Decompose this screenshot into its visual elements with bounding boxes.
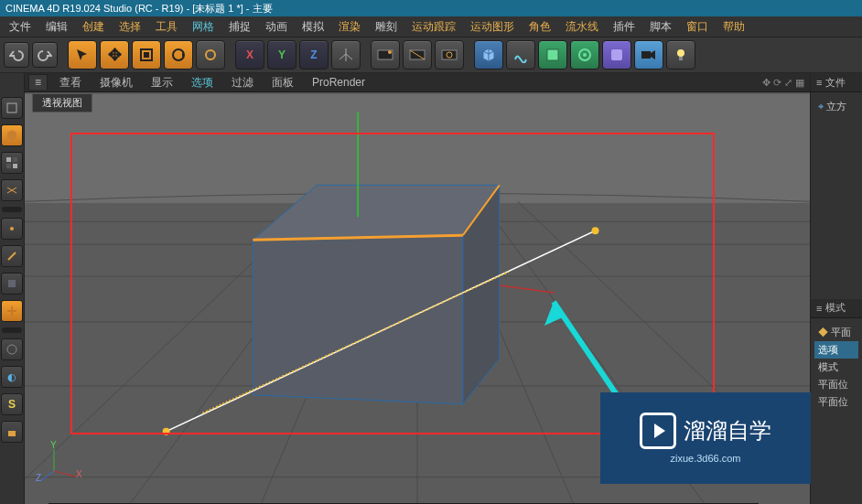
generator-button[interactable] xyxy=(538,40,567,70)
enable-axis-button[interactable] xyxy=(1,300,23,322)
render-view-button[interactable] xyxy=(371,40,400,70)
menu-sim[interactable]: 模拟 xyxy=(296,17,329,37)
object-item-cube[interactable]: ⌖ 立方 xyxy=(814,98,858,115)
menu-create[interactable]: 创建 xyxy=(77,17,110,37)
viewport-title: 透视视图 xyxy=(32,93,92,113)
svg-point-36 xyxy=(163,428,170,435)
svg-line-39 xyxy=(54,471,76,477)
x-axis-button[interactable]: X xyxy=(235,40,264,70)
vptab-prorender[interactable]: ProRender xyxy=(303,74,374,91)
light-button[interactable] xyxy=(666,40,695,70)
menu-script[interactable]: 脚本 xyxy=(644,17,677,37)
menu-bar: 文件 编辑 创建 选择 工具 网格 捕捉 动画 模拟 渲染 雕刻 运动跟踪 运动… xyxy=(0,16,862,38)
menu-plugin[interactable]: 插件 xyxy=(608,17,641,37)
undo-button[interactable] xyxy=(4,42,29,68)
svg-point-21 xyxy=(10,227,14,231)
viewport-tabs: ≡ 查看 摄像机 显示 选项 过滤 面板 ProRender ✥ ⟳ ⤢ ▦ xyxy=(25,73,810,92)
deformer-button[interactable] xyxy=(570,40,599,70)
attr-row-plane3[interactable]: 平面位 xyxy=(814,393,858,411)
cube-button[interactable] xyxy=(474,40,503,70)
svg-point-23 xyxy=(7,345,16,354)
svg-point-37 xyxy=(592,227,599,234)
left-toolbar: ◐ S xyxy=(0,73,25,504)
menu-help[interactable]: 帮助 xyxy=(717,17,750,37)
viewport-nav-icons[interactable]: ✥ ⟳ ⤢ ▦ xyxy=(762,77,810,89)
objects-panel-header[interactable]: ≡ 文件 xyxy=(811,73,862,92)
attr-row-plane2[interactable]: 平面位 xyxy=(814,376,858,393)
svg-rect-12 xyxy=(611,49,622,60)
svg-marker-27 xyxy=(253,235,462,404)
axis-icon: ⌖ xyxy=(818,101,824,112)
spline-button[interactable] xyxy=(506,40,535,70)
render-region-button[interactable] xyxy=(403,40,432,70)
menu-mesh[interactable]: 网格 xyxy=(187,17,220,37)
viewport-solo-button[interactable]: ◐ xyxy=(1,366,23,388)
svg-rect-16 xyxy=(7,103,16,113)
svg-rect-15 xyxy=(679,57,683,60)
render-settings-button[interactable] xyxy=(435,40,464,70)
svg-rect-19 xyxy=(6,164,11,168)
make-editable-button[interactable] xyxy=(1,97,23,119)
scale-tool[interactable] xyxy=(132,40,161,70)
attr-panel-header[interactable]: ≡模式 xyxy=(811,299,862,318)
menu-sculpt[interactable]: 雕刻 xyxy=(370,17,403,37)
attr-row-plane[interactable]: ◆ 平面 xyxy=(814,324,858,341)
menu-tools[interactable]: 工具 xyxy=(150,17,183,37)
attr-row-mode[interactable]: 模式 xyxy=(814,359,858,376)
window-title: CINEMA 4D R19.024 Studio (RC - R19) - [未… xyxy=(0,0,862,16)
polygon-mode-button[interactable] xyxy=(1,273,23,295)
model-mode-button[interactable] xyxy=(1,124,23,146)
menu-render[interactable]: 渲染 xyxy=(333,17,366,37)
y-axis-button[interactable]: Y xyxy=(267,40,296,70)
separator xyxy=(2,207,22,212)
main-toolbar: ✥ X Y Z xyxy=(0,38,862,73)
menu-mograph[interactable]: 运动图形 xyxy=(465,17,520,37)
environment-button[interactable] xyxy=(602,40,631,70)
select-tool[interactable] xyxy=(68,40,97,70)
menu-anim[interactable]: 动画 xyxy=(260,17,293,37)
attr-row-options[interactable]: 选项 xyxy=(814,341,858,359)
coord-button[interactable] xyxy=(331,40,361,70)
tweak-button[interactable] xyxy=(1,338,23,360)
menu-char[interactable]: 角色 xyxy=(523,17,556,37)
locked-workplane-button[interactable] xyxy=(1,421,23,443)
move-tool[interactable]: ✥ xyxy=(100,40,129,70)
vptab-options[interactable]: 选项 xyxy=(182,73,222,92)
menu-file[interactable]: 文件 xyxy=(4,17,37,37)
svg-rect-24 xyxy=(8,431,16,436)
cube-object xyxy=(253,185,499,403)
play-icon xyxy=(640,413,676,449)
svg-rect-17 xyxy=(6,157,11,162)
menu-snap[interactable]: 捕捉 xyxy=(223,17,256,37)
hamburger-icon: ≡ xyxy=(816,77,822,88)
svg-rect-13 xyxy=(641,51,651,59)
vptab-camera[interactable]: 摄像机 xyxy=(91,73,142,92)
svg-rect-20 xyxy=(13,164,17,168)
svg-point-5 xyxy=(388,50,392,54)
camera-button[interactable] xyxy=(634,40,663,70)
menu-window[interactable]: 窗口 xyxy=(681,17,714,37)
vptab-panel[interactable]: 面板 xyxy=(263,73,303,92)
vptab-view[interactable]: 查看 xyxy=(50,73,91,92)
menu-track[interactable]: 运动跟踪 xyxy=(406,17,461,37)
vptab-hamburger[interactable]: ≡ xyxy=(28,74,48,90)
menu-select[interactable]: 选择 xyxy=(113,17,146,37)
texture-mode-button[interactable] xyxy=(1,152,23,174)
svg-line-40 xyxy=(41,471,54,480)
vptab-display[interactable]: 显示 xyxy=(142,73,182,92)
z-axis-button[interactable]: Z xyxy=(299,40,329,70)
workplane-button[interactable] xyxy=(1,179,23,201)
svg-rect-9 xyxy=(547,49,558,60)
snap-button[interactable]: S xyxy=(1,393,23,415)
svg-rect-22 xyxy=(8,280,16,287)
vptab-filter[interactable]: 过滤 xyxy=(222,73,263,92)
menu-edit[interactable]: 编辑 xyxy=(40,17,73,37)
axis-gizmo: Y X Z xyxy=(38,444,83,488)
edge-mode-button[interactable] xyxy=(1,245,23,267)
rotate-tool[interactable] xyxy=(164,40,193,70)
last-tool[interactable] xyxy=(196,40,225,70)
redo-button[interactable] xyxy=(32,42,58,68)
svg-rect-1 xyxy=(144,52,149,58)
point-mode-button[interactable] xyxy=(1,218,23,240)
menu-pipe[interactable]: 流水线 xyxy=(560,17,604,37)
